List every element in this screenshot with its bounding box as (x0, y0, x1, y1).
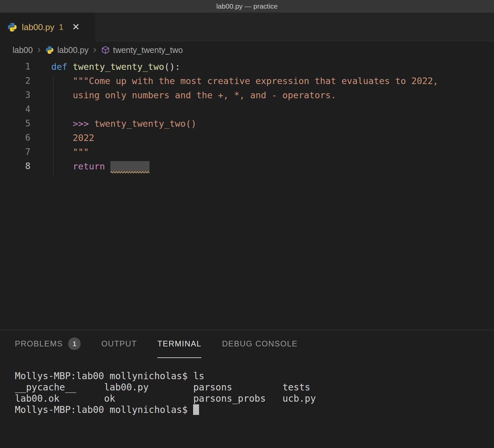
terminal[interactable]: Mollys-MBP:lab00 mollynicholas$ ls__pyca… (0, 358, 494, 416)
line-number: 2 (0, 74, 30, 88)
line-number: 6 (0, 131, 30, 145)
editor[interactable]: 1def twenty_twenty_two():2 """Come up wi… (0, 58, 494, 330)
tab-problems-count: 1 (59, 22, 63, 32)
breadcrumb-item-lab00-py[interactable]: lab00.py (57, 45, 89, 55)
line-number: 3 (0, 88, 30, 102)
code-content: """Come up with the most creative expres… (30, 74, 438, 88)
code-content: def twenty_twenty_two(): (30, 60, 180, 74)
line-number: 7 (0, 145, 30, 159)
terminal-line: lab00.ok ok parsons_probs ucb.py (15, 393, 494, 404)
panel-tabs: PROBLEMS1OUTPUTTERMINALDEBUG CONSOLE (0, 330, 494, 358)
code-line[interactable]: 3 using only numbers and the +, *, and -… (0, 88, 494, 102)
tab-label: lab00.py (22, 22, 54, 32)
line-number: 1 (0, 60, 30, 74)
code-content: 2022 (30, 131, 94, 145)
panel-tab-label: DEBUG CONSOLE (222, 339, 298, 348)
panel-tab-output[interactable]: OUTPUT (101, 330, 137, 358)
line-number: 8 (0, 159, 30, 173)
editor-lines: 1def twenty_twenty_two():2 """Come up wi… (0, 60, 494, 173)
bottom-panel: PROBLEMS1OUTPUTTERMINALDEBUG CONSOLE Mol… (0, 330, 494, 448)
terminal-line: Mollys-MBP:lab00 mollynicholas$ ls (15, 371, 494, 382)
problems-count-badge: 1 (68, 337, 81, 350)
breadcrumb-item-lab00[interactable]: lab00 (13, 45, 33, 55)
code-content: using only numbers and the +, *, and - o… (30, 88, 336, 102)
close-icon[interactable]: ✕ (72, 22, 80, 32)
indent-guide (53, 75, 54, 175)
code-line[interactable]: 1def twenty_twenty_two(): (0, 60, 494, 74)
code-line[interactable]: 2 """Come up with the most creative expr… (0, 74, 494, 88)
panel-tab-label: PROBLEMS (15, 339, 63, 348)
python-icon (7, 22, 17, 32)
panel-tab-debug-console[interactable]: DEBUG CONSOLE (222, 330, 298, 358)
line-number: 5 (0, 116, 30, 131)
code-content: """ (30, 145, 89, 159)
terminal-line: Mollys-MBP:lab00 mollynicholas$ (15, 404, 494, 416)
window-title: lab00.py — practice (216, 2, 278, 10)
code-line[interactable]: 8 return (0, 159, 494, 173)
breadcrumb-item-function[interactable]: twenty_twenty_two (113, 45, 183, 55)
selection-highlight (110, 161, 149, 172)
terminal-cursor (193, 404, 199, 415)
code-line[interactable]: 7 """ (0, 145, 494, 159)
tab-lab00-py[interactable]: lab00.py 1 ✕ (0, 13, 95, 42)
code-content: >>> twenty_twenty_two() (30, 116, 196, 131)
panel-tab-label: OUTPUT (101, 339, 137, 348)
panel-tab-label: TERMINAL (157, 339, 201, 348)
tab-bar: lab00.py 1 ✕ (0, 13, 494, 42)
panel-tab-terminal[interactable]: TERMINAL (157, 330, 201, 358)
code-content: return (30, 159, 149, 173)
window-titlebar: lab00.py — practice (0, 0, 494, 13)
symbol-function-icon (101, 46, 110, 54)
code-line[interactable]: 5 >>> twenty_twenty_two() (0, 116, 494, 131)
panel-tab-problems[interactable]: PROBLEMS1 (15, 330, 81, 358)
breadcrumb: lab00 › lab00.py › twenty_twenty_two (0, 42, 494, 58)
line-number: 4 (0, 102, 30, 116)
code-line[interactable]: 6 2022 (0, 131, 494, 145)
chevron-right-icon: › (93, 44, 97, 55)
chevron-right-icon: › (37, 44, 41, 55)
code-content (30, 102, 51, 116)
python-icon (45, 46, 54, 54)
code-line[interactable]: 4 (0, 102, 494, 116)
terminal-line: __pycache__ lab00.py parsons tests (15, 382, 494, 393)
